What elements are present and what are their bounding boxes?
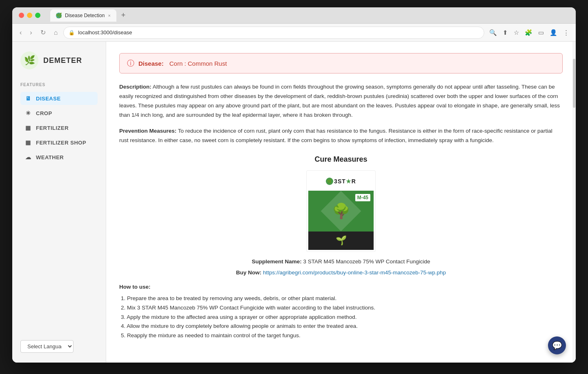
toolbar-actions: 🔍 ⬆ ☆ 🧩 ▭ 👤 ⋮ — [488, 27, 571, 38]
features-label: FEATURES — [20, 82, 98, 87]
bookmark-icon[interactable]: ☆ — [512, 27, 521, 38]
address-bar[interactable]: 🔒 localhost:3000/disease — [63, 27, 484, 39]
sidebar-item-label: DISEASE — [36, 96, 61, 102]
main-content: ⓘ Disease: Corn : Common Rust Descriptio… — [106, 42, 576, 363]
step-2: 2. Mix 3 STAR M45 Mancozeb 75% WP Contac… — [119, 303, 563, 313]
nav-items: 🖥 DISEASE ✳ CROP ▦ FERTILIZER ▦ FERTILIZ… — [20, 92, 98, 164]
prevention-label: Prevention Measures: — [119, 128, 176, 134]
product-visual: 🌿 3ST★R 🌳 M-45 🌱 — [308, 172, 374, 250]
buy-now-link[interactable]: https://agribegri.com/products/buy-onlin… — [263, 269, 446, 276]
extensions-icon[interactable]: 🧩 — [523, 27, 534, 38]
back-button[interactable]: ‹ — [17, 27, 24, 38]
prevention-body: To reduce the incidence of corn rust, pl… — [119, 128, 552, 143]
sidebar-item-label: FERTILIZER — [36, 125, 69, 131]
monitor-icon: 🖥 — [24, 95, 32, 102]
menu-icon[interactable]: ⋮ — [561, 27, 571, 38]
star-char: ★ — [346, 178, 352, 185]
brand-logo: 🌿 3ST★R — [326, 178, 356, 185]
step-4: 4. Allow the mixture to dry completely b… — [119, 322, 563, 331]
logo-area: 🌿 DEMETER — [20, 51, 98, 69]
tab-title: Disease Detection — [65, 13, 105, 18]
step-3: 3. Apply the mixture to the affected are… — [119, 313, 563, 322]
shop-icon: ▦ — [24, 139, 32, 146]
m45-badge: M-45 — [355, 194, 370, 201]
step-1: 1. Prepare the area to be treated by rem… — [119, 294, 563, 303]
lock-icon: 🔒 — [69, 30, 75, 36]
cure-measures-section: Cure Measures 🌿 3ST★R — [119, 155, 563, 276]
brand-icon: 🌿 — [326, 178, 333, 185]
minimize-button[interactable] — [27, 13, 32, 18]
sidebar-item-disease[interactable]: 🖥 DISEASE — [20, 92, 98, 105]
language-selector-container: Select Language English Hindi — [20, 332, 98, 353]
supplement-value: 3 STAR M45 Mancozeb 75% WP Contact Fungi… — [303, 258, 430, 265]
scrollbar[interactable] — [572, 42, 576, 363]
description-body: Although a few rust pustules can always … — [119, 84, 560, 118]
search-icon[interactable]: 🔍 — [488, 27, 499, 38]
crop-icon: ✳ — [24, 110, 32, 116]
home-button[interactable]: ⌂ — [51, 27, 60, 38]
buy-now-label: Buy Now: — [236, 269, 261, 276]
profile-icon[interactable]: 👤 — [548, 27, 559, 38]
sidebar-item-label: CROP — [36, 110, 52, 116]
supplement-name-text: Supplement Name: 3 STAR M45 Mancozeb 75%… — [119, 258, 563, 265]
cure-title: Cure Measures — [119, 155, 563, 164]
sidebar-item-label: FERTILIZER SHOP — [36, 140, 86, 146]
logo-icon: 🌿 — [20, 51, 38, 69]
product-brand-area: 🌿 3ST★R — [308, 172, 374, 191]
tab-favicon: 🌿 — [56, 13, 62, 18]
scrollbar-thumb[interactable] — [573, 59, 575, 108]
new-tab-button[interactable]: + — [118, 11, 129, 20]
traffic-lights — [19, 13, 40, 18]
roots-icon: 🌱 — [336, 235, 347, 246]
tree-icon: 🌳 — [332, 203, 350, 220]
maximize-button[interactable] — [35, 13, 40, 18]
how-to-use-title: How to use: — [119, 284, 563, 290]
sidebar: 🌿 DEMETER FEATURES 🖥 DISEASE ✳ CROP ▦ FE… — [12, 42, 106, 363]
disease-alert-banner: ⓘ Disease: Corn : Common Rust — [119, 53, 563, 73]
alert-icon: ⓘ — [127, 58, 134, 68]
sidebar-item-label: WEATHER — [36, 154, 64, 160]
titlebar: 🌿 Disease Detection × + — [12, 7, 576, 24]
chat-button[interactable]: 💬 — [548, 336, 566, 354]
product-black-section: 🌱 — [308, 232, 374, 250]
supplement-label: Supplement Name: — [252, 258, 302, 265]
step-5: 5. Reapply the mixture as needed to main… — [119, 331, 563, 341]
prevention-text: Prevention Measures: To reduce the incid… — [119, 127, 563, 145]
description-label: Description: — [119, 84, 151, 90]
brand-name: 3ST★R — [334, 178, 356, 185]
chat-icon: 💬 — [552, 341, 562, 350]
tab-bar: 🌿 Disease Detection × + — [50, 9, 129, 22]
weather-icon: ☁ — [24, 154, 32, 160]
sidebar-item-fertilizer[interactable]: ▦ FERTILIZER — [20, 121, 98, 134]
buy-now-text: Buy Now: https://agribegri.com/products/… — [119, 269, 563, 276]
close-button[interactable] — [19, 13, 24, 18]
sidebar-item-fertilizer-shop[interactable]: ▦ FERTILIZER SHOP — [20, 136, 98, 149]
product-image: 🌿 3ST★R 🌳 M-45 🌱 — [306, 170, 376, 252]
description-text: Description: Although a few rust pustule… — [119, 82, 563, 120]
sidebar-item-weather[interactable]: ☁ WEATHER — [20, 151, 98, 164]
how-to-use-section: How to use: 1. Prepare the area to be tr… — [119, 284, 563, 341]
share-icon[interactable]: ⬆ — [501, 27, 510, 38]
steps-list: 1. Prepare the area to be treated by rem… — [119, 294, 563, 341]
language-select[interactable]: Select Language English Hindi — [20, 340, 74, 353]
refresh-button[interactable]: ↻ — [38, 27, 48, 38]
disease-label: Disease: — [138, 60, 164, 67]
fertilizer-icon: ▦ — [24, 125, 32, 131]
sidebar-item-crop[interactable]: ✳ CROP — [20, 107, 98, 120]
disease-value: Corn : Common Rust — [169, 60, 227, 67]
url-text: localhost:3000/disease — [78, 29, 132, 36]
forward-button[interactable]: › — [27, 27, 34, 38]
app-container: 🌿 DEMETER FEATURES 🖥 DISEASE ✳ CROP ▦ FE… — [12, 42, 576, 363]
split-view-icon[interactable]: ▭ — [537, 27, 546, 38]
product-green-section: 🌳 M-45 — [308, 191, 374, 232]
toolbar: ‹ › ↻ ⌂ 🔒 localhost:3000/disease 🔍 ⬆ ☆ 🧩… — [12, 24, 576, 42]
tab-close-button[interactable]: × — [108, 13, 110, 18]
active-tab[interactable]: 🌿 Disease Detection × — [50, 9, 116, 22]
logo-text: DEMETER — [43, 56, 82, 65]
